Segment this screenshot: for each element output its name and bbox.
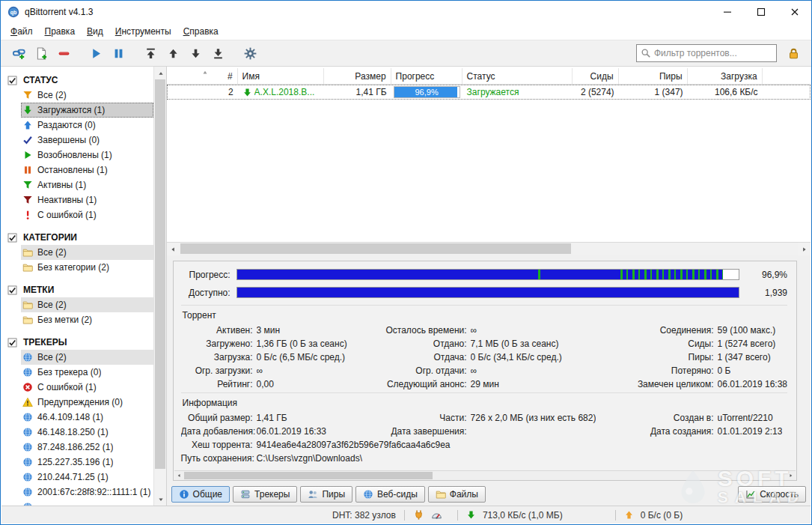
tab-peers[interactable]: Пиры xyxy=(300,486,352,503)
column-header[interactable]: Имя xyxy=(238,68,324,84)
sidebar-item[interactable]: Неактивны (1) xyxy=(21,192,153,207)
tracker-warning-icon xyxy=(22,397,33,407)
details-horizontal-scrollbar[interactable] xyxy=(174,470,796,480)
scrollbar-thumb[interactable] xyxy=(184,472,433,479)
details-label: Путь сохранения: xyxy=(181,453,253,464)
sidebar-item[interactable]: Завершены (0) xyxy=(21,133,153,148)
menu-edit[interactable]: Правка xyxy=(39,25,82,38)
scrollbar-thumb[interactable] xyxy=(155,79,165,469)
scroll-left-icon[interactable] xyxy=(167,243,180,255)
sidebar-item[interactable]: 2001:67c:28f8:92::1111:1 (1) xyxy=(21,485,153,500)
details-label: Дата создания: xyxy=(602,426,714,437)
maximize-button[interactable] xyxy=(744,1,778,23)
sidebar-item-label: 125.227.35.196 (1) xyxy=(37,457,113,467)
scroll-left-icon[interactable] xyxy=(174,471,184,480)
details-label: Части: xyxy=(362,413,467,423)
delete-torrent-button[interactable] xyxy=(53,43,74,64)
column-header-label: Сиды xyxy=(590,71,614,82)
pause-blue-icon xyxy=(112,47,125,60)
tab-general[interactable]: Общие xyxy=(171,486,230,503)
table-body: 2A.X.L.2018.B...1,41 ГБ96,9%Загружается2… xyxy=(167,85,811,242)
sidebar-item[interactable]: Без трекера (0) xyxy=(21,365,153,380)
sidebar-item[interactable] xyxy=(21,500,153,506)
table-cell: 96,9% xyxy=(391,85,463,100)
tab-trackers[interactable]: Трекеры xyxy=(233,486,297,503)
sidebar-item[interactable]: Все (2) xyxy=(21,245,153,260)
column-header-label: Размер xyxy=(355,71,385,82)
sidebar-section-status: СТАТУС xyxy=(1,73,153,88)
remove-icon xyxy=(58,47,70,60)
checkbox-icon[interactable] xyxy=(7,338,17,348)
sidebar-item[interactable]: С ошибкой (1) xyxy=(21,380,153,395)
sidebar-item[interactable]: Активны (1) xyxy=(21,177,153,192)
torrent-filter-input[interactable] xyxy=(654,48,772,58)
progress-label: Прогресс: xyxy=(181,270,231,280)
column-header[interactable]: Статус xyxy=(463,68,573,84)
sidebar-item[interactable]: 87.248.186.252 (1) xyxy=(21,440,153,455)
table-horizontal-scrollbar[interactable] xyxy=(167,242,811,255)
details-row: Активен:3 минОсталось времени:∞Соединени… xyxy=(181,324,787,337)
details-value: 0,00 xyxy=(257,379,274,389)
sidebar-item[interactable]: Предупреждения (0) xyxy=(21,395,153,410)
sidebar-item[interactable]: Остановлены (1) xyxy=(21,163,153,177)
sidebar-item[interactable]: Без категории (2) xyxy=(21,260,153,275)
speed-widget-button[interactable]: Скорость xyxy=(738,486,806,503)
sidebar-item[interactable]: Загружаются (1) xyxy=(21,103,153,118)
scrollbar-thumb[interactable] xyxy=(180,243,571,254)
section-title: Торрент xyxy=(183,310,787,321)
add-torrent-link-button[interactable] xyxy=(8,43,29,64)
sidebar-item[interactable]: 125.227.35.196 (1) xyxy=(21,455,153,470)
pause-button[interactable] xyxy=(108,43,129,64)
close-button[interactable] xyxy=(778,1,811,23)
move-up-button[interactable] xyxy=(162,43,183,64)
column-header[interactable]: Прогресс xyxy=(391,68,463,84)
sidebar-item[interactable]: 46.4.109.148 (1) xyxy=(21,410,153,425)
move-top-button[interactable] xyxy=(140,43,161,64)
connection-status-icon[interactable] xyxy=(413,509,424,521)
details-value: 59 (100 макс.) xyxy=(718,325,776,336)
menu-bar: ФайлПравкаВидИнструментыСправка xyxy=(1,23,811,40)
minimize-button[interactable] xyxy=(710,1,744,23)
column-header[interactable]: Пиры xyxy=(619,68,688,84)
sidebar-item[interactable]: Все (2) xyxy=(21,350,153,365)
lock-button[interactable] xyxy=(783,43,804,64)
column-header[interactable]: # xyxy=(167,68,238,84)
menu-file[interactable]: Файл xyxy=(4,25,39,38)
sidebar-scrollbar[interactable] xyxy=(153,67,165,506)
sidebar-item[interactable]: Без метки (2) xyxy=(21,312,153,327)
tab-webseeds[interactable]: Веб-сиды xyxy=(355,486,425,503)
speed-button-label: Скорость xyxy=(760,489,799,500)
menu-view[interactable]: Вид xyxy=(81,25,109,38)
sidebar-item[interactable]: Все (2) xyxy=(21,297,153,312)
menu-tools[interactable]: Инструменты xyxy=(109,25,177,38)
sidebar-item[interactable]: Раздаются (0) xyxy=(21,118,153,133)
column-header[interactable]: Размер xyxy=(324,68,391,84)
column-header[interactable]: Сиды xyxy=(573,68,619,84)
sidebar-item-label: Завершены (0) xyxy=(37,135,100,145)
checkbox-icon[interactable] xyxy=(7,233,17,243)
options-button[interactable] xyxy=(239,43,260,64)
sidebar-item[interactable]: Возобновлены (1) xyxy=(21,148,153,163)
move-bottom-button[interactable] xyxy=(207,43,228,64)
move-down-button[interactable] xyxy=(185,43,206,64)
qbittorrent-window: qb qBittorrent v4.1.3 ФайлПравкаВидИнстр… xyxy=(0,0,812,525)
table-cell: 2 (5274) xyxy=(573,85,619,100)
add-torrent-file-button[interactable] xyxy=(31,43,52,64)
scroll-right-icon[interactable] xyxy=(798,243,811,255)
sidebar-item[interactable]: С ошибкой (1) xyxy=(21,207,153,222)
details-value: 1 (5274 всего) xyxy=(718,339,776,349)
scroll-right-icon[interactable] xyxy=(786,471,796,480)
column-header[interactable]: Загрузка xyxy=(688,68,763,84)
table-row[interactable]: 2A.X.L.2018.B...1,41 ГБ96,9%Загружается2… xyxy=(167,85,811,100)
sidebar-item[interactable]: 210.244.71.25 (1) xyxy=(21,470,153,485)
tab-files[interactable]: Файлы xyxy=(428,486,486,503)
folder-icon xyxy=(22,262,33,273)
sidebar-item[interactable]: 46.148.18.250 (1) xyxy=(21,425,153,440)
sidebar-item[interactable]: Все (2) xyxy=(21,88,153,103)
checkbox-icon[interactable] xyxy=(7,76,17,85)
resume-button[interactable] xyxy=(85,43,106,64)
menu-help[interactable]: Справка xyxy=(177,25,225,38)
checkbox-icon[interactable] xyxy=(7,285,17,295)
folder-icon xyxy=(22,247,33,258)
speed-limits-icon[interactable] xyxy=(431,509,442,521)
